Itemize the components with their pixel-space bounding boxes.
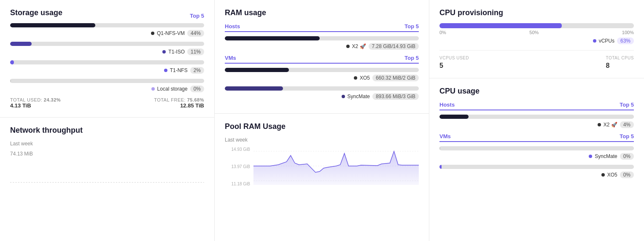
vcpu-label: vCPUs	[599, 38, 614, 44]
storage-pct-2: 11%	[187, 48, 204, 55]
pool-ram-title: Pool RAM Usage	[225, 122, 419, 131]
cpu-prov-bar	[439, 23, 634, 28]
storage-name-2: T1-ISO	[168, 49, 185, 55]
storage-pct-1: 44%	[187, 30, 204, 37]
network-value: 74.13 MiB	[10, 151, 204, 157]
network-chart-svg	[10, 159, 204, 185]
storage-free-pct: 75.68%	[187, 97, 204, 102]
cpu-prov-title: CPU provisioning	[439, 8, 634, 17]
storage-bar-fill-3	[10, 60, 14, 64]
storage-label-4: Local storage 0%	[10, 86, 204, 92]
vcpu-row: vCPUs 63%	[439, 37, 634, 44]
cpu-vm-name-1: SyncMate	[595, 153, 617, 159]
storage-name-4: Local storage	[157, 86, 188, 92]
cpu-vm-bar-2	[439, 165, 634, 169]
cpu-hosts-top[interactable]: Top 5	[620, 102, 634, 108]
storage-free-label: TOTAL FREE: 75.68%	[154, 97, 204, 102]
ram-host-label-1: X2 🚀 7.28 GiB/14.93 GiB	[225, 43, 419, 50]
total-cpus-val: 8	[606, 62, 634, 70]
left-column: Storage usage Top 5 Q1-NFS-VM 44% T1-ISO…	[0, 0, 215, 241]
storage-bar-4	[10, 79, 204, 83]
ram-hosts-top[interactable]: Top 5	[404, 23, 419, 29]
ram-vms-label: VMs	[225, 55, 236, 61]
network-chart	[10, 159, 204, 185]
storage-label-2: T1-ISO 11%	[10, 48, 204, 55]
vcpus-used-val: 5	[439, 62, 469, 70]
cpu-hosts-header: Hosts Top 5	[439, 102, 634, 110]
cpu-host-val-1: 4%	[620, 121, 634, 128]
pool-chart-canvas	[253, 147, 419, 186]
storage-name-3: T1-NFS	[170, 67, 188, 73]
cpu-usage-title: CPU usage	[439, 87, 634, 96]
storage-stats: TOTAL USED: 24.32% 4.13 TiB TOTAL FREE: …	[10, 97, 204, 109]
network-panel: Network throughput Last week 74.13 MiB	[0, 118, 214, 241]
storage-bar-fill-1	[10, 23, 95, 27]
ram-host-val-1: 7.28 GiB/14.93 GiB	[369, 43, 419, 50]
network-subtitle: Last week	[10, 141, 204, 147]
ram-host-name-1: X2 🚀	[352, 43, 366, 49]
ram-vm-val-1: 660.32 MiB/2 GiB	[372, 75, 419, 81]
cpu-host-label-1: X2 🚀 4%	[439, 121, 634, 128]
cpu-vm-bar-1	[439, 146, 634, 150]
storage-top-link[interactable]: Top 5	[190, 13, 204, 19]
storage-name-1: Q1-NFS-VM	[157, 30, 185, 36]
ram-vms-header: VMs Top 5	[225, 55, 419, 64]
cpu-vms-label: VMs	[439, 133, 451, 139]
cpu-vm-name-2: XO5	[607, 172, 617, 178]
storage-label-3: T1-NFS 2%	[10, 67, 204, 74]
vcpu-pct: 63%	[617, 37, 634, 44]
storage-used-pct: 24.32%	[44, 97, 61, 102]
cpu-vm-label-1: SyncMate 0%	[439, 153, 634, 160]
cpu-prov-stats: VCPUS USED 5 TOTAL CPUS 8	[439, 50, 634, 70]
cpu-vm-dot-2	[601, 173, 605, 177]
storage-used-val: 4.13 TiB	[10, 102, 61, 109]
ram-vm-dot-1	[354, 76, 357, 80]
pool-ram-subtitle: Last week	[225, 137, 419, 143]
pool-ram-panel: Pool RAM Usage Last week 14.93 GiB 13.97…	[215, 114, 429, 241]
ram-vm-name-1: XO5	[360, 75, 370, 81]
storage-dot-3	[164, 69, 167, 72]
storage-used-label: TOTAL USED: 24.32%	[10, 97, 61, 102]
dashboard: Storage usage Top 5 Q1-NFS-VM 44% T1-ISO…	[0, 0, 644, 241]
storage-pct-4: 0%	[190, 86, 204, 92]
storage-bar-fill-4	[10, 79, 11, 83]
ram-host-dot-1	[346, 45, 350, 48]
cpu-prov-bar-fill	[439, 23, 562, 28]
mid-column: RAM usage Hosts Top 5 X2 🚀 7.28 GiB/14.9…	[215, 0, 429, 241]
cpu-hosts-label: Hosts	[439, 102, 455, 108]
storage-panel: Storage usage Top 5 Q1-NFS-VM 44% T1-ISO…	[0, 0, 214, 118]
storage-bar-1	[10, 23, 204, 27]
ram-vm-bar-1	[225, 68, 419, 72]
storage-dot-4	[151, 87, 155, 91]
pool-chart-svg	[253, 147, 419, 185]
cpu-vm-label-2: XO5 0%	[439, 171, 634, 178]
total-cpus-stat: TOTAL CPUS 8	[606, 56, 634, 70]
cpu-host-bar-1	[439, 115, 634, 119]
cpu-prov-axis: 0% 50% 100%	[439, 30, 634, 35]
cpu-host-name-1: X2 🚀	[604, 122, 617, 128]
right-column: CPU provisioning 0% 50% 100% vCPUs 63% V…	[429, 0, 644, 241]
ram-vm-bar-2	[225, 86, 419, 91]
cpu-vm-dot-1	[589, 155, 592, 158]
cpu-vm-val-1: 0%	[620, 153, 634, 160]
storage-title: Storage usage	[10, 8, 62, 17]
cpu-usage-panel: CPU usage Hosts Top 5 X2 🚀 4% VMs Top 5	[429, 78, 644, 241]
storage-free-block: TOTAL FREE: 75.68% 12.85 TiB	[154, 97, 204, 109]
cpu-vms-header: VMs Top 5	[439, 133, 634, 142]
pool-chart-area: 14.93 GiB 13.97 GiB 11.18 GiB	[225, 147, 419, 186]
ram-host-bar-1	[225, 36, 419, 40]
cpu-prov-panel: CPU provisioning 0% 50% 100% vCPUs 63% V…	[429, 0, 644, 78]
ram-hosts-header: Hosts Top 5	[225, 23, 419, 32]
vcpus-used-stat: VCPUS USED 5	[439, 56, 469, 70]
storage-bar-3	[10, 60, 204, 64]
vcpus-used-label: VCPUS USED	[439, 56, 469, 60]
vcpu-dot	[593, 39, 596, 43]
storage-dot-1	[151, 32, 154, 35]
cpu-host-dot-1	[598, 123, 601, 126]
ram-vm-name-2: SyncMate	[348, 94, 370, 99]
cpu-vms-top[interactable]: Top 5	[620, 133, 634, 139]
total-cpus-label: TOTAL CPUS	[606, 56, 634, 60]
storage-label-1: Q1-NFS-VM 44%	[10, 30, 204, 37]
ram-vms-top[interactable]: Top 5	[404, 55, 419, 61]
ram-title: RAM usage	[225, 8, 419, 17]
